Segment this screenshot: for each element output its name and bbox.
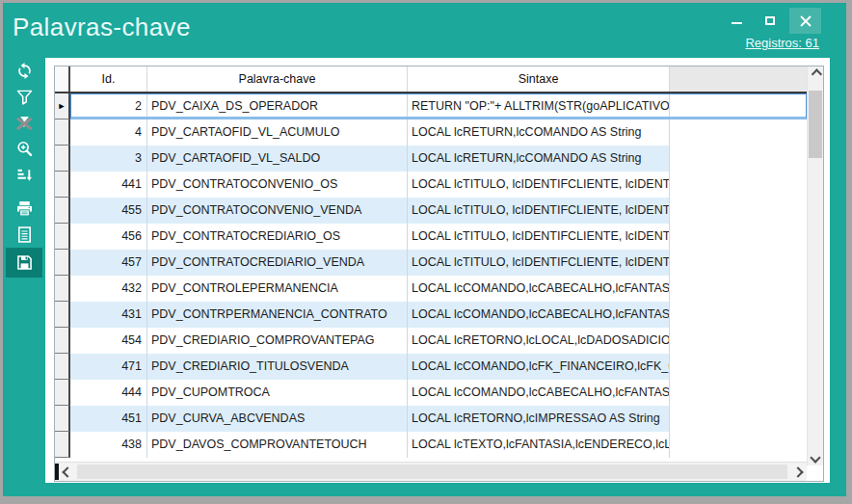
scroll-left-button[interactable] bbox=[60, 463, 75, 481]
vertical-scrollbar[interactable] bbox=[807, 66, 823, 465]
table-row[interactable]: 454PDV_CREDIARIO_COMPROVANTEPAGLOCAL lcR… bbox=[55, 328, 807, 354]
table-row[interactable]: 441PDV_CONTRATOCONVENIO_OSLOCAL lcTITULO… bbox=[55, 172, 807, 198]
cell-id: 441 bbox=[70, 172, 147, 198]
record-pointer-icon: ► bbox=[58, 102, 67, 111]
horizontal-scrollbar[interactable] bbox=[55, 462, 807, 481]
registros-link[interactable]: Registros: 61 bbox=[745, 36, 819, 50]
horizontal-scroll-thumb[interactable] bbox=[77, 464, 787, 479]
scroll-down-button[interactable] bbox=[808, 450, 823, 465]
row-filler bbox=[670, 406, 807, 432]
table-row[interactable]: 438PDV_DAVOS_COMPROVANTETOUCHLOCAL lcTEX… bbox=[55, 432, 807, 458]
row-selector[interactable] bbox=[55, 302, 70, 328]
toolbar bbox=[3, 58, 45, 278]
clear-filter-button[interactable] bbox=[6, 110, 42, 136]
report-icon bbox=[14, 225, 35, 245]
row-selector[interactable] bbox=[55, 328, 70, 354]
row-filler bbox=[670, 432, 807, 458]
cell-palavra: PDV_CONTROLEPERMANENCIA bbox=[147, 276, 408, 302]
row-selector[interactable] bbox=[55, 119, 70, 146]
column-header-palavra[interactable]: Palavra-chave bbox=[147, 66, 408, 92]
vertical-scroll-thumb[interactable] bbox=[809, 91, 822, 158]
row-filler bbox=[670, 119, 807, 146]
maximize-button[interactable] bbox=[756, 8, 785, 34]
table-row[interactable]: 457PDV_CONTRATOCREDIARIO_VENDALOCAL lcTI… bbox=[55, 250, 807, 276]
table-row[interactable]: 455PDV_CONTRATOCONVENIO_VENDALOCAL lcTIT… bbox=[55, 198, 807, 224]
table-row[interactable]: 431PDV_CONTRPERMANENCIA_CONTRATOLOCAL lc… bbox=[55, 302, 807, 328]
sort-icon bbox=[14, 165, 35, 185]
titlebar: Palavras-chave Registros: 61 bbox=[3, 3, 846, 58]
table-row[interactable]: 471PDV_CREDIARIO_TITULOSVENDALOCAL lcCOM… bbox=[55, 354, 807, 380]
table-row[interactable]: 4PDV_CARTAOFID_VL_ACUMULOLOCAL lcRETURN,… bbox=[55, 119, 807, 146]
row-selector[interactable] bbox=[55, 198, 70, 224]
cell-sintaxe: LOCAL lcRETORNO,lcLOCAL,lcDADOSADICION bbox=[408, 328, 670, 354]
refresh-button[interactable] bbox=[6, 58, 42, 84]
zoom-icon bbox=[14, 139, 35, 159]
cell-sintaxe: LOCAL lcTITULO, lcIDENTIFCLIENTE, lcIDEN… bbox=[408, 172, 670, 198]
chevron-down-icon bbox=[810, 452, 820, 463]
sort-button[interactable] bbox=[6, 162, 42, 188]
close-icon bbox=[800, 15, 812, 27]
cell-palavra: PDV_CURVA_ABCVENDAS bbox=[147, 406, 408, 432]
row-filler bbox=[670, 380, 807, 406]
row-selector[interactable] bbox=[55, 146, 70, 172]
scroll-right-button[interactable] bbox=[790, 463, 806, 481]
chevron-right-icon bbox=[792, 466, 803, 477]
row-filler bbox=[670, 146, 807, 172]
cell-id: 457 bbox=[70, 250, 147, 276]
window-frame: Palavras-chave Registros: 61 bbox=[3, 3, 846, 496]
cell-palavra: PDV_CREDIARIO_COMPROVANTEPAG bbox=[147, 328, 408, 354]
column-header-sintaxe[interactable]: Sintaxe bbox=[408, 66, 670, 92]
refresh-icon bbox=[14, 61, 35, 81]
row-selector[interactable]: ► bbox=[55, 93, 70, 119]
grid-splitter-handle[interactable] bbox=[55, 464, 59, 480]
window-controls bbox=[722, 8, 821, 34]
cell-sintaxe: LOCAL lcRETURN,lcCOMANDO AS String bbox=[408, 146, 670, 172]
data-grid: Id. Palavra-chave Sintaxe ►2PDV_CAIXA_DS… bbox=[54, 66, 824, 482]
cell-palavra: PDV_CONTRATOCONVENIO_OS bbox=[147, 172, 408, 198]
cell-id: 438 bbox=[70, 432, 147, 458]
column-header-id[interactable]: Id. bbox=[70, 66, 147, 92]
table-row[interactable]: 432PDV_CONTROLEPERMANENCIALOCAL lcCOMAND… bbox=[55, 276, 807, 302]
close-button[interactable] bbox=[789, 8, 821, 34]
window-title: Palavras-chave bbox=[13, 13, 191, 42]
row-selector[interactable] bbox=[55, 380, 70, 406]
cell-sintaxe: LOCAL lcRETORNO,lcIMPRESSAO AS String bbox=[408, 406, 670, 432]
cell-id: 451 bbox=[70, 406, 147, 432]
row-selector[interactable] bbox=[55, 354, 70, 380]
row-selector[interactable] bbox=[55, 224, 70, 250]
minimize-icon bbox=[732, 22, 742, 24]
cell-id: 431 bbox=[70, 302, 147, 328]
row-filler bbox=[670, 302, 807, 328]
row-selector[interactable] bbox=[55, 172, 70, 198]
scroll-up-button[interactable] bbox=[808, 66, 823, 82]
table-row[interactable]: ►2PDV_CAIXA_DS_OPERADORRETURN "OP:"+ ALL… bbox=[55, 93, 807, 119]
row-selector[interactable] bbox=[55, 406, 70, 432]
save-button[interactable] bbox=[6, 248, 42, 278]
cell-id: 454 bbox=[70, 328, 147, 354]
cell-palavra: PDV_CARTAOFID_VL_ACUMULO bbox=[147, 119, 408, 146]
cell-palavra: PDV_CARTAOFID_VL_SALDO bbox=[147, 146, 408, 172]
row-selector[interactable] bbox=[55, 250, 70, 276]
row-filler bbox=[670, 198, 807, 224]
cell-palavra: PDV_CONTRATOCONVENIO_VENDA bbox=[147, 198, 408, 224]
row-selector[interactable] bbox=[55, 276, 70, 302]
table-row[interactable]: 456PDV_CONTRATOCREDIARIO_OSLOCAL lcTITUL… bbox=[55, 224, 807, 250]
table-row[interactable]: 451PDV_CURVA_ABCVENDASLOCAL lcRETORNO,lc… bbox=[55, 406, 807, 432]
minimize-button[interactable] bbox=[722, 8, 751, 34]
cell-id: 4 bbox=[70, 119, 147, 146]
cell-id: 456 bbox=[70, 224, 147, 250]
table-row[interactable]: 444PDV_CUPOMTROCALOCAL lcCOMANDO,lcCABEC… bbox=[55, 380, 807, 406]
print-icon bbox=[14, 199, 35, 219]
row-selector[interactable] bbox=[55, 432, 70, 458]
cell-id: 471 bbox=[70, 354, 147, 380]
zoom-button[interactable] bbox=[6, 136, 42, 162]
print-button[interactable] bbox=[6, 196, 42, 222]
cell-sintaxe: LOCAL lcTITULO, lcIDENTIFCLIENTE, lcIDEN… bbox=[408, 224, 670, 250]
cell-sintaxe: LOCAL lcRETURN,lcCOMANDO AS String bbox=[408, 119, 670, 146]
table-row[interactable]: 3PDV_CARTAOFID_VL_SALDOLOCAL lcRETURN,lc… bbox=[55, 146, 807, 172]
filter-button[interactable] bbox=[6, 84, 42, 110]
cell-id: 3 bbox=[70, 146, 147, 172]
header-filler bbox=[670, 66, 807, 92]
report-button[interactable] bbox=[6, 222, 42, 248]
row-filler bbox=[670, 172, 807, 198]
